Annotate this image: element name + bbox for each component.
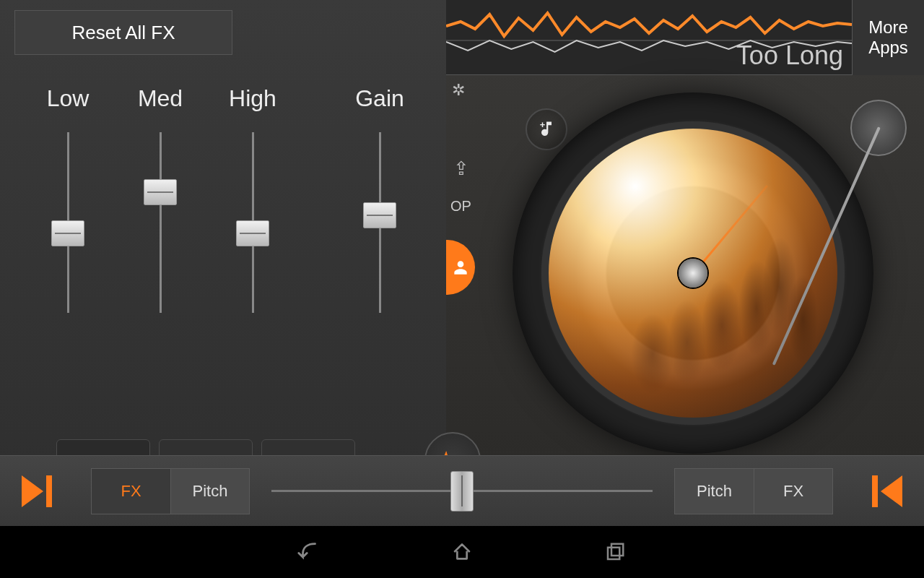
android-back-button[interactable]: [294, 537, 324, 567]
reset-all-fx-button[interactable]: Reset All FX: [14, 10, 232, 55]
deck-panel: Too Long More Apps ✲ + ⇪ OP: [446, 0, 924, 526]
add-music-icon: +: [536, 119, 557, 139]
turntable[interactable]: [513, 92, 873, 454]
transport-bar: FX Pitch Pitch FX: [0, 455, 924, 526]
svg-rect-10: [611, 544, 623, 556]
android-recents-button[interactable]: [600, 537, 630, 567]
right-mode-segment: Pitch FX: [674, 468, 833, 514]
slider-handle[interactable]: [51, 220, 84, 246]
eq-gain: Gain: [334, 85, 426, 313]
eq-med-slider[interactable]: [139, 132, 182, 313]
crossfader[interactable]: [271, 477, 653, 506]
pitch-tab-right[interactable]: Pitch: [674, 468, 754, 514]
eq-gain-slider[interactable]: [358, 132, 401, 313]
recents-icon: [604, 541, 626, 563]
record-vinyl[interactable]: [549, 129, 837, 418]
more-apps-button[interactable]: More Apps: [852, 0, 924, 75]
person-icon: [451, 258, 470, 277]
platter: [541, 121, 845, 425]
shop-icon[interactable]: ⇪: [453, 158, 469, 180]
eq-high-label: High: [206, 85, 299, 112]
home-icon: [450, 540, 474, 564]
slider-handle[interactable]: [363, 202, 396, 228]
eq-low-label: Low: [22, 85, 114, 112]
settings-gear-icon[interactable]: ✲: [452, 81, 465, 100]
eq-high-slider[interactable]: [231, 132, 274, 313]
fx-panel: Reset All FX Low Med High: [0, 0, 446, 526]
eq-low: Low: [22, 85, 114, 313]
back-icon: [297, 540, 321, 564]
fx-tab-right[interactable]: FX: [754, 468, 833, 514]
android-home-button[interactable]: [447, 537, 477, 567]
eq-gain-label: Gain: [334, 85, 426, 112]
track-title: Too Long: [736, 40, 843, 71]
pause-bar-icon: [872, 475, 878, 507]
add-music-button[interactable]: +: [526, 108, 567, 150]
account-button[interactable]: [446, 240, 475, 295]
android-nav-bar: [0, 526, 924, 578]
op-label: OP: [450, 198, 471, 215]
svg-text:+: +: [540, 119, 546, 130]
left-mode-segment: FX Pitch: [91, 468, 250, 514]
pause-bar-icon: [46, 475, 52, 507]
fx-tab-left[interactable]: FX: [91, 468, 170, 514]
waveform-display[interactable]: Too Long: [446, 0, 852, 75]
spindle: [679, 259, 707, 288]
eq-row: Low Med High G: [22, 85, 426, 313]
more-apps-label-1: More: [868, 17, 908, 38]
reset-all-fx-label: Reset All FX: [71, 22, 175, 44]
slider-handle[interactable]: [144, 179, 177, 205]
pitch-tab-left[interactable]: Pitch: [170, 468, 250, 514]
eq-high: High: [206, 85, 299, 313]
play-icon: [22, 475, 43, 507]
svg-rect-9: [608, 548, 619, 559]
play-pause-left[interactable]: [22, 474, 62, 509]
play-icon: [881, 475, 902, 507]
play-pause-right[interactable]: [862, 474, 902, 509]
eq-med-label: Med: [114, 85, 206, 112]
slider-handle[interactable]: [236, 220, 269, 246]
more-apps-label-2: Apps: [868, 38, 908, 58]
main-area: Too Long More Apps ✲ + ⇪ OP: [0, 0, 924, 526]
eq-low-slider[interactable]: [46, 132, 90, 313]
crossfader-handle[interactable]: [450, 471, 474, 512]
eq-med: Med: [114, 85, 206, 313]
